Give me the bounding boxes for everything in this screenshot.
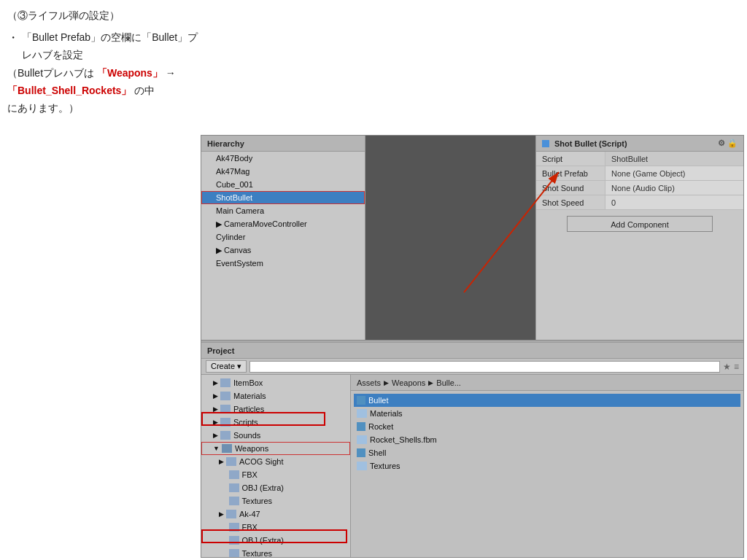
file-label: Materials [370,409,403,418]
closed-arrow: ▶ [213,405,218,413]
search-input[interactable] [249,361,720,373]
project-panel-content: Create ▾ ★ ≡ ▶ItemBox▶Materials▶Particle… [201,359,743,557]
tree-item[interactable]: FBX [201,521,350,534]
file-icon [357,422,365,431]
unity-editor: Hierarchy Ak47BodyAk47MagCube_001ShotBul… [201,135,744,558]
hierarchy-item[interactable]: EventSystem [201,257,365,270]
bullet-symbol: ・ [7,29,19,47]
hierarchy-item[interactable]: Cube_001 [201,178,365,191]
star-icon: ★ [723,362,731,372]
inspector-row-value: None (Game Object) [605,166,743,180]
line2a: （Bulletプレハブは [7,67,94,79]
hierarchy-item[interactable]: ▶ CameraMoveController [201,217,365,230]
file-item[interactable]: Shell [354,446,740,459]
check-icon [542,140,549,147]
file-item[interactable]: Materials [354,407,740,420]
file-item[interactable]: Bullet [354,394,740,407]
line3: にあります。） [7,100,204,117]
inspector-row: Shot Sound None (Audio Clip) [536,181,743,195]
project-panel-body: ▶ItemBox▶Materials▶Particles▶Scripts▶Sou… [201,375,743,557]
breadcrumb-weapons: Weapons [392,378,425,387]
folder-icon [220,378,231,387]
closed-arrow: ▶ [213,432,218,439]
line1: 「Bullet Prefab」の空欄に「Bullet」プレハブを設定 [22,29,204,64]
tree-item[interactable]: ▶Materials [201,389,350,402]
hierarchy-item[interactable]: Ak47Mag [201,165,365,178]
tree-item[interactable]: ▶ItemBox [201,376,350,389]
breadcrumb: Assets ▶ Weapons ▶ Bulle... [351,375,743,391]
inspector-row-value: None (Audio Clip) [605,181,743,195]
closed-arrow: ▶ [219,458,224,465]
breadcrumb-arrow1: ▶ [384,379,389,386]
tree-item-label: FBX [242,523,258,532]
file-icon [357,462,367,470]
file-label: Rocket [368,422,393,431]
hierarchy-item[interactable]: Main Camera [201,204,365,217]
tree-item[interactable]: OBJ (Extra) [201,534,350,547]
tree-item-label: OBJ (Extra) [242,483,284,492]
leaf-arrow [225,537,227,544]
hierarchy-item[interactable]: Ak47Body [201,152,365,165]
file-item[interactable]: Rocket_Shells.fbm [354,433,740,446]
tree-item-label: Particles [233,405,264,413]
inspector-row-value: 0 [605,195,743,209]
tree-item-label: OBJ (Extra) [242,536,284,545]
folder-icon [220,392,231,400]
hierarchy-item[interactable]: ShotBullet [201,191,365,204]
script-value: ShotBullet [605,152,743,166]
file-label: Bullet [368,396,389,405]
line2d: 「Bullet_Shell_Rockets」 [7,85,131,96]
hierarchy-item[interactable]: ▶ Canvas [201,244,365,257]
upper-panels: Hierarchy Ak47BodyAk47MagCube_001ShotBul… [201,136,743,340]
leaf-arrow [225,497,227,505]
tree-item-label: Weapons [235,444,268,453]
hierarchy-item[interactable]: Cylinder [201,230,365,244]
file-item[interactable]: Rocket [354,420,740,433]
inspector-header: Shot Bullet (Script) ⚙ 🔒 [536,136,743,152]
tree-item[interactable]: ▼Weapons [201,442,350,455]
gear-icon[interactable]: ⚙ [718,139,725,147]
breadcrumb-assets: Assets [357,378,381,387]
tree-item[interactable]: ▶Particles [201,402,350,416]
tree-item[interactable]: Textures [201,494,350,508]
sub-text: （Bulletプレハブは 「Weapons」 → 「Bullet_Shell_R… [7,65,204,100]
inspector-row: Shot Speed 0 [536,195,743,210]
file-icon [357,396,365,405]
file-tree: ▶ItemBox▶Materials▶Particles▶Scripts▶Sou… [201,375,351,557]
line2c: → [166,67,176,79]
folder-icon [222,444,232,453]
tree-item-label: Materials [233,392,266,400]
tree-item[interactable]: ▶Sounds [201,429,350,442]
breadcrumb-bulle: Bulle... [436,378,461,387]
tree-item[interactable]: FBX [201,468,350,481]
inspector-row: Bullet Prefab None (Game Object) [536,166,743,181]
file-icon [357,448,365,457]
tree-item-label: FBX [242,470,258,479]
tree-item[interactable]: ▶Ak-47 [201,508,350,521]
add-component-button[interactable]: Add Component [567,216,713,232]
script-label: Script [536,152,605,166]
list-icon: ≡ [734,362,739,372]
tree-item[interactable]: Textures [201,547,350,557]
tree-item[interactable]: ▶ACOG Sight [201,455,350,468]
breadcrumb-arrow2: ▶ [428,379,433,386]
hierarchy-title: Hierarchy [207,139,244,148]
folder-icon [229,470,239,479]
tree-item-label: Sounds [233,431,260,440]
tree-item[interactable]: ▶Scripts [201,416,350,429]
file-icon [357,435,367,444]
lock-icon[interactable]: 🔒 [727,139,738,147]
leaf-arrow [225,484,227,491]
inspector-row-label: Shot Speed [536,195,605,209]
scene-view [365,136,535,340]
create-button[interactable]: Create ▾ [206,360,247,373]
file-label: Shell [368,448,386,457]
inspector-icons: ⚙ 🔒 [718,139,738,148]
file-item[interactable]: Textures [354,459,740,472]
inspector-title: Shot Bullet (Script) [554,139,627,148]
folder-icon [229,523,239,532]
tree-item-label: ItemBox [233,378,263,387]
hierarchy-list: Ak47BodyAk47MagCube_001ShotBulletMain Ca… [201,152,365,270]
folder-icon [220,431,231,440]
tree-item[interactable]: OBJ (Extra) [201,481,350,494]
